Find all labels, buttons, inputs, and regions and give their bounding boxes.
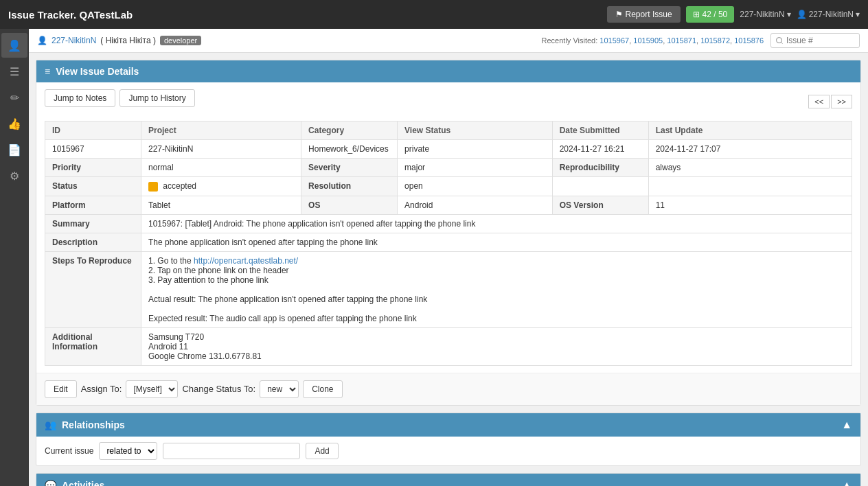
platform-label: Platform xyxy=(45,196,141,214)
activities-panel: 💬 Activities ▲ xyxy=(36,473,861,486)
user-bar: 👤 227-NikitinN ( Нікіта Нікіта ) develop… xyxy=(29,29,868,53)
os-value: Android xyxy=(398,196,553,214)
steps-link[interactable]: http://opencart.qatestlab.net/ xyxy=(194,256,298,266)
report-issue-button[interactable]: ⚑ Report Issue xyxy=(607,6,681,23)
main-content: 👤 227-NikitinN ( Нікіта Нікіта ) develop… xyxy=(29,29,868,486)
chat-icon: 💬 xyxy=(45,480,56,486)
recent-link-4[interactable]: 1015872 xyxy=(700,36,730,45)
change-status-label: Change Status To: xyxy=(182,384,255,394)
recent-link-3[interactable]: 1015871 xyxy=(667,36,696,45)
priority-value: normal xyxy=(141,159,301,177)
edit-button[interactable]: Edit xyxy=(45,380,77,398)
sidebar: 👤 ☰ ✏ 👍 📄 ⚙ xyxy=(0,29,29,486)
priority-row: Priority normal Severity major Reproduci… xyxy=(45,159,852,177)
user-icon: 👤 xyxy=(8,39,21,52)
search-input[interactable] xyxy=(770,33,860,48)
collapse-activities-button[interactable]: ▲ xyxy=(841,479,852,486)
user-bar-right: Recently Visited: 1015967, 1015905, 1015… xyxy=(542,33,860,48)
jump-to-notes-button[interactable]: Jump to Notes xyxy=(45,89,115,107)
next-issue-button[interactable]: >> xyxy=(831,95,852,108)
relationships-title: Relationships xyxy=(62,419,125,430)
relation-type-select[interactable]: related to xyxy=(99,442,157,460)
description-value: The phone application isn't opened after… xyxy=(141,233,852,251)
prev-issue-button[interactable]: << xyxy=(808,95,830,108)
col-last-update: Last Update xyxy=(648,121,852,140)
recently-visited-label: Recently Visited: 1015967, 1015905, 1015… xyxy=(542,36,764,45)
severity-label: Severity xyxy=(301,159,398,177)
collapse-relationships-button[interactable]: ▲ xyxy=(841,419,852,431)
panel-btn-row: Jump to Notes Jump to History xyxy=(45,89,195,107)
reproducibility-label: Reproducibility xyxy=(552,159,648,177)
top-nav-actions: ⚑ Report Issue ⊞ 42 / 50 227-NikitinN ▾ … xyxy=(607,6,860,23)
status-label: Status xyxy=(45,177,141,196)
status-row: Status accepted Resolution open xyxy=(45,177,852,196)
sidebar-item-edit[interactable]: ✏ xyxy=(1,85,27,110)
nav-arrows: << >> xyxy=(808,95,852,108)
description-row: Description The phone application isn't … xyxy=(45,233,852,251)
username-link[interactable]: 227-NikitinN xyxy=(52,36,96,45)
sidebar-item-settings[interactable]: ⚙ xyxy=(1,163,27,188)
priority-label: Priority xyxy=(45,159,141,177)
col-id: ID xyxy=(45,121,141,140)
cell-last-update: 2024-11-27 17:07 xyxy=(648,140,852,159)
list-icon: ☰ xyxy=(10,65,19,78)
additional-info-row: Additional Information Samsung T720 Andr… xyxy=(45,327,852,365)
os-label: OS xyxy=(301,196,398,214)
relationships-header-left: 👥 Relationships xyxy=(45,419,125,430)
col-date-submitted: Date Submitted xyxy=(552,121,648,140)
assign-to-select[interactable]: [Myself] xyxy=(126,380,178,398)
os-version-value: 11 xyxy=(648,196,852,214)
issue-main-row: 1015967 227-NikitinN Homework_6/Devices … xyxy=(45,140,852,159)
summary-label: Summary xyxy=(45,214,141,233)
assign-to-label: Assign To: xyxy=(81,384,122,394)
menu-icon: ≡ xyxy=(45,66,50,77)
user-bar-left: 👤 227-NikitinN ( Нікіта Нікіта ) develop… xyxy=(37,36,201,45)
main-layout: 👤 ☰ ✏ 👍 📄 ⚙ 👤 227-NikitinN ( Нікіта Нікі… xyxy=(0,29,868,486)
sidebar-item-vote[interactable]: 👍 xyxy=(1,111,27,136)
sidebar-item-issues[interactable]: ☰ xyxy=(1,59,27,84)
issue-details-panel: ≡ View Issue Details Jump to Notes Jump … xyxy=(36,60,861,406)
gear-icon: ⚙ xyxy=(10,170,19,183)
cell-category: Homework_6/Devices xyxy=(301,140,398,159)
resolution-label: Resolution xyxy=(301,177,398,196)
sidebar-item-user[interactable]: 👤 xyxy=(1,33,27,58)
empty-cell-2 xyxy=(648,177,852,196)
jump-to-history-button[interactable]: Jump to History xyxy=(119,89,194,107)
activities-title: Activities xyxy=(62,480,104,486)
activities-header-left: 💬 Activities xyxy=(45,480,104,486)
issue-count-button[interactable]: ⊞ 42 / 50 xyxy=(686,6,735,23)
current-issue-label: Current issue xyxy=(45,446,93,456)
summary-value: 1015967: [Tablet] Android: The phone app… xyxy=(141,214,852,233)
relationships-header: 👥 Relationships ▲ xyxy=(36,413,860,437)
cell-date-submitted: 2024-11-27 16:21 xyxy=(552,140,648,159)
col-view-status: View Status xyxy=(398,121,553,140)
resolution-value: open xyxy=(398,177,553,196)
recent-link-1[interactable]: 1015967 xyxy=(599,36,629,45)
reproducibility-value: always xyxy=(648,159,852,177)
additional-info-value: Samsung T720 Android 11 Google Chrome 13… xyxy=(141,327,852,365)
relation-issue-input[interactable] xyxy=(163,443,300,459)
relationships-panel: 👥 Relationships ▲ Current issue related … xyxy=(36,413,861,466)
user-icon-small: 👤 xyxy=(37,36,47,45)
col-project: Project xyxy=(141,121,301,140)
user-full-name: ( Нікіта Нікіта ) xyxy=(100,36,156,45)
description-label: Description xyxy=(45,233,141,251)
relationships-body: Current issue related to Add xyxy=(36,437,860,465)
flag-icon: ⚑ xyxy=(615,10,623,19)
steps-expected: Expected result: The audio call app is o… xyxy=(148,314,417,323)
recent-link-2[interactable]: 1015905 xyxy=(633,36,663,45)
panel-title: View Issue Details xyxy=(56,66,139,77)
nav-user-2-dropdown[interactable]: 👤 227-NikitinN ▾ xyxy=(797,10,860,19)
recent-link-5[interactable]: 1015876 xyxy=(734,36,764,45)
panel-body: Jump to Notes Jump to History << >> ID P… xyxy=(36,82,860,373)
issue-table: ID Project Category View Status Date Sub… xyxy=(45,121,852,366)
sidebar-item-notes[interactable]: 📄 xyxy=(1,137,27,162)
issue-details-header: ≡ View Issue Details xyxy=(36,60,860,82)
clone-button[interactable]: Clone xyxy=(303,380,342,398)
add-relation-button[interactable]: Add xyxy=(306,443,338,459)
change-status-select[interactable]: new xyxy=(260,380,299,398)
panel-header-left: ≡ View Issue Details xyxy=(45,66,139,77)
platform-row: Platform Tablet OS Android OS Version 11 xyxy=(45,196,852,214)
nav-user-1-dropdown[interactable]: 227-NikitinN ▾ xyxy=(740,10,790,19)
additional-info-label: Additional Information xyxy=(45,327,141,365)
